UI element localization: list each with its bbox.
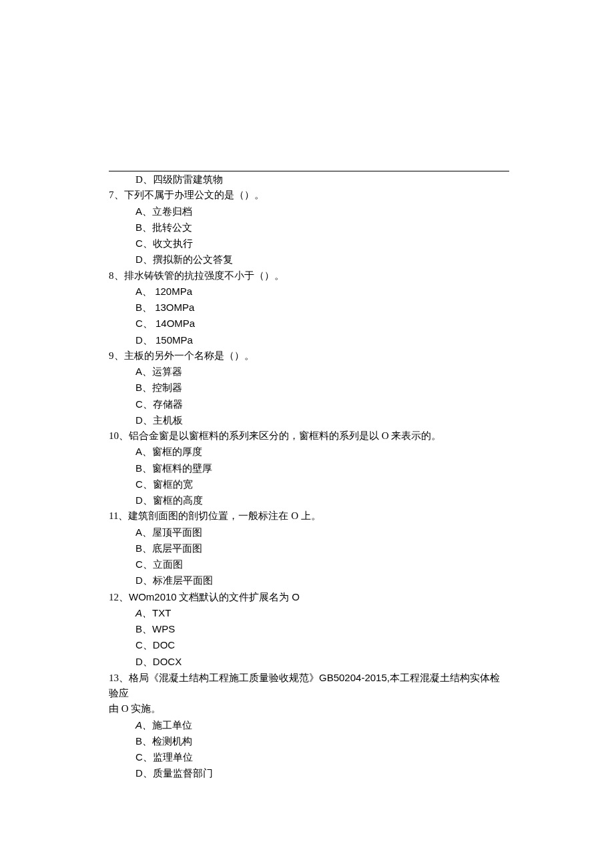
question-number: 7、 — [109, 189, 124, 200]
option-label: A、 — [135, 205, 152, 217]
option-text: 撰拟新的公文答复 — [153, 254, 233, 265]
option-label: D、 — [135, 254, 153, 265]
q9-option-b: B、控制器 — [109, 380, 509, 396]
option-text: 13OMPa — [155, 302, 194, 313]
option-text: 批转公文 — [152, 222, 192, 233]
option-text: 质量监督部门 — [153, 768, 213, 779]
question-10: 10、铝合金窗是以窗框料的系列来区分的，窗框料的系列是以 O 来表示的。 — [109, 428, 509, 444]
option-label: B、 — [135, 542, 152, 554]
option-label: C、 — [135, 318, 156, 329]
question-stem: 下列不属于办理公文的是（）。 — [124, 189, 264, 200]
q12-option-c: C、DOC — [109, 637, 509, 653]
option-label: D、 — [135, 767, 153, 779]
option-text: 窗框的宽 — [153, 479, 193, 490]
document-page: D、四级防雷建筑物 7、下列不属于办理公文的是（）。 A、立卷归档 B、批转公文… — [0, 0, 614, 868]
option-text: DOC — [153, 639, 175, 650]
option-text: D、四级防雷建筑物 — [135, 174, 223, 185]
question-7: 7、下列不属于办理公文的是（）。 — [109, 187, 509, 203]
option-label: A、 — [135, 526, 152, 538]
option-label: B、 — [135, 462, 152, 474]
option-text: 120MPa — [155, 286, 192, 297]
q9-option-a: A、运算器 — [109, 364, 509, 380]
option-text: 窗框的厚度 — [152, 446, 202, 457]
q13-option-b: B、检测机构 — [109, 733, 509, 749]
option-text: 14OMPa — [156, 318, 195, 329]
question-11: 11、建筑剖面图的剖切位置，一般标注在 O 上。 — [109, 508, 509, 524]
option-text: 收文执行 — [153, 238, 193, 249]
q11-option-a: A、屋顶平面图 — [109, 524, 509, 540]
option-text: 主机板 — [153, 415, 183, 426]
q10-option-b: B、窗框料的壁厚 — [109, 460, 509, 476]
q8-option-c: C、 14OMPa — [109, 316, 509, 332]
question-12: 12、WOm2010 文档默认的文件扩展名为 O — [109, 589, 509, 605]
option-text: 监理单位 — [153, 752, 193, 763]
question-stem-part2: GB50204-2015, — [319, 672, 390, 683]
option-text: 运算器 — [152, 366, 182, 377]
option-label: C、 — [135, 558, 153, 570]
q11-option-d: D、标准层平面图 — [109, 572, 509, 588]
option-label: C、 — [135, 398, 153, 410]
option-label: A、 — [135, 286, 155, 297]
option-text: 标准层平面图 — [153, 575, 213, 586]
option-label: B、 — [135, 735, 152, 747]
option-label: A、 — [135, 607, 152, 618]
question-number: 8、 — [109, 270, 124, 281]
question-9: 9、主板的另外一个名称是（）。 — [109, 348, 509, 364]
q7-option-c: C、收文执行 — [109, 236, 509, 252]
content-area: D、四级防雷建筑物 7、下列不属于办理公文的是（）。 A、立卷归档 B、批转公文… — [109, 172, 509, 782]
question-stem-line2: 由 O 实施。 — [109, 703, 161, 714]
option-label: B、 — [135, 302, 155, 313]
top-rule — [109, 171, 509, 171]
q7-option-d: D、撰拟新的公文答复 — [109, 252, 509, 268]
option-label: B、 — [135, 222, 152, 233]
option-text: 底层平面图 — [152, 543, 202, 554]
q12-option-a: A、TXT — [109, 605, 509, 621]
option-text: 控制器 — [152, 382, 182, 393]
option-label: B、 — [135, 382, 152, 393]
q11-option-b: B、底层平面图 — [109, 540, 509, 556]
q10-option-a: A、窗框的厚度 — [109, 444, 509, 460]
q10-option-c: C、窗框的宽 — [109, 476, 509, 492]
q7-option-b: B、批转公文 — [109, 220, 509, 236]
option-label: C、 — [135, 639, 153, 650]
q7-option-a: A、立卷归档 — [109, 203, 509, 220]
q12-option-d: D、DOCX — [109, 654, 509, 670]
q8-option-a: A、 120MPa — [109, 284, 509, 300]
option-text: 检测机构 — [152, 736, 192, 747]
question-stem: 主板的另外一个名称是（）。 — [124, 350, 254, 361]
q8-option-b: B、 13OMPa — [109, 300, 509, 316]
question-stem: 建筑剖面图的剖切位置，一般标注在 O 上。 — [128, 510, 320, 521]
option-label: A、 — [135, 719, 152, 731]
question-number: 12、 — [109, 592, 129, 602]
option-label: D、 — [135, 494, 153, 506]
option-text: DOCX — [153, 656, 182, 667]
q9-option-c: C、存储器 — [109, 396, 509, 412]
question-8: 8、排水铸铁管的抗拉强度不小于（）。 — [109, 268, 509, 284]
q10-option-d: D、窗框的高度 — [109, 492, 509, 508]
question-13: 13、格局《混凝土结构工程施工质量验收规范》GB50204-2015,本工程混凝… — [109, 670, 509, 702]
option-text: 窗框料的壁厚 — [152, 463, 212, 474]
option-label: D、 — [135, 334, 156, 346]
option-text: 存储器 — [153, 399, 183, 410]
option-label: D、 — [135, 414, 153, 426]
question-number: 10、 — [109, 430, 129, 441]
option-label: C、 — [135, 751, 153, 763]
q13-option-a: A、施工单位 — [109, 717, 509, 733]
q12-option-b: B、WPS — [109, 621, 509, 637]
option-label: A、 — [135, 366, 152, 377]
q13-option-d: D、质量监督部门 — [109, 765, 509, 781]
option-text: WPS — [152, 623, 175, 634]
q11-option-c: C、立面图 — [109, 556, 509, 572]
question-stem: 排水铸铁管的抗拉强度不小于（）。 — [124, 270, 284, 281]
q13-option-c: C、监理单位 — [109, 749, 509, 765]
q9-option-d: D、主机板 — [109, 412, 509, 428]
option-text: 立卷归档 — [152, 206, 192, 217]
question-stem-part2: 文档默认的文件扩展名为 — [177, 592, 292, 602]
option-label: C、 — [135, 478, 153, 490]
question-number: 13、 — [109, 673, 129, 683]
option-label: D、 — [135, 656, 153, 667]
orphan-option: D、四级防雷建筑物 — [109, 172, 509, 187]
question-stem-part1: 格局《混凝土结构工程施工质量验收规范》 — [129, 673, 319, 683]
option-label: D、 — [135, 574, 153, 586]
option-label: B、 — [135, 623, 152, 634]
